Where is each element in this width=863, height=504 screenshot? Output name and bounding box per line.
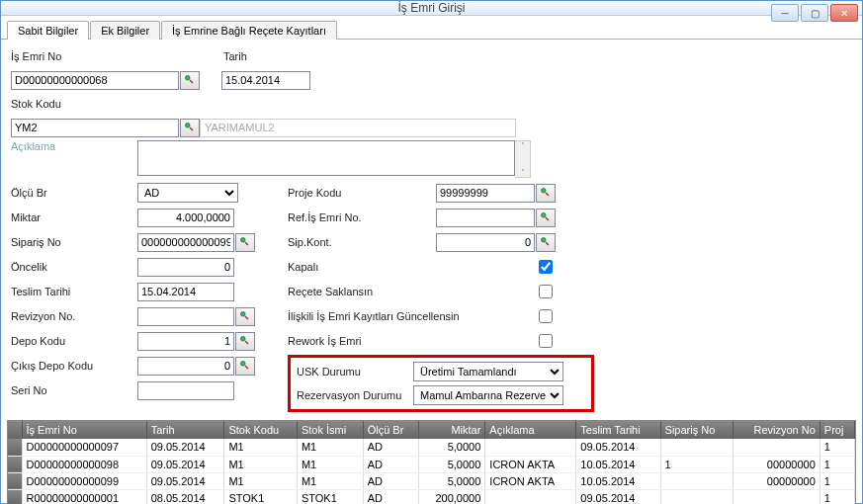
grid-header-tarih[interactable]: Tarih [146,421,224,439]
proje-kodu-input[interactable] [436,184,535,203]
grid-header-olcu-br[interactable]: Ölçü Br [363,421,418,439]
ref-is-emri-no-input[interactable] [436,209,535,227]
svg-point-7 [542,213,547,218]
grid-header-stok-kodu[interactable]: Stok Kodu [224,421,298,439]
teslim-tarihi-input[interactable] [137,283,234,301]
tarih-input[interactable] [221,71,310,90]
depo-kodu-lookup[interactable] [235,332,255,351]
svg-point-4 [241,337,246,342]
iliskili-guncelle-label: İlişkili İş Emri Kayıtları Güncellensin [288,310,535,322]
miktar-label: Miktar [11,211,137,223]
table-row[interactable]: D0000000000009709.05.2014M1M1AD5,000009.… [8,439,855,456]
grid-header-siparis[interactable]: Sipariş No [660,421,733,439]
ref-is-emri-no-lookup[interactable] [536,209,556,227]
cikis-depo-kodu-input[interactable] [137,357,234,376]
depo-kodu-input[interactable] [137,332,234,351]
recete-saklansin-label: Reçete Saklansın [288,286,535,297]
app-window: İş Emri Girişi ─ ▢ ✕ Sabit Bilgiler Ek B… [0,0,863,504]
revizyon-no-label: Revizyon No. [11,310,137,322]
sip-kont-label: Sip.Kont. [288,236,436,248]
table-row[interactable]: D0000000000009809.05.2014M1M1AD5,0000ICR… [8,456,855,472]
rezervasyon-durumu-label: Rezervasyon Durumu [297,389,413,401]
svg-point-0 [186,76,191,81]
grid-header-rowsel[interactable] [8,421,22,439]
grid-header-revizyon[interactable]: Revizyon No [734,421,820,439]
grid-header-stok-ismi[interactable]: Stok İsmi [297,421,363,439]
minimize-button[interactable]: ─ [771,4,799,22]
form-area: İş Emri No Tarih Stok Kodu Açıklama ˄˅ [1,40,862,416]
stok-kodu-input[interactable] [11,119,179,137]
proje-kodu-lookup[interactable] [536,184,556,203]
maximize-button[interactable]: ▢ [801,4,828,22]
ref-is-emri-no-label: Ref.İş Emri No. [288,211,436,223]
tabs: Sabit Bilgiler Ek Bilgiler İş Emrine Bağ… [1,16,862,40]
oncelik-label: Öncelik [11,261,137,273]
depo-kodu-label: Depo Kodu [11,335,137,347]
siparis-no-lookup[interactable] [235,233,255,252]
grid-header-proj[interactable]: Proj [820,421,854,439]
svg-point-1 [186,124,191,128]
tab-ek-bilgiler[interactable]: Ek Bilgiler [90,21,160,40]
revizyon-no-input[interactable] [137,307,234,326]
miktar-input[interactable] [137,209,234,227]
stok-adi-display [200,119,516,137]
proje-kodu-label: Proje Kodu [288,187,436,199]
svg-point-3 [241,312,246,317]
tab-recete[interactable]: İş Emrine Bağlı Reçete Kayıtları [161,21,337,40]
cikis-depo-kodu-lookup[interactable] [235,357,255,376]
stok-kodu-lookup[interactable] [180,119,200,137]
seri-no-input[interactable] [137,381,234,400]
svg-point-2 [241,238,246,243]
tarih-label: Tarih [223,50,247,62]
seri-no-label: Seri No [11,384,137,396]
stok-kodu-label: Stok Kodu [11,98,61,110]
usk-durumu-label: USK Durumu [297,366,413,378]
oncelik-input[interactable] [137,258,234,277]
is-emri-no-label: İş Emri No [11,50,223,62]
olcu-br-label: Ölçü Br [11,187,137,199]
usk-durumu-select[interactable]: Üretimi Tamamlandı [413,362,563,381]
iliskili-guncelle-checkbox[interactable] [539,309,553,323]
highlight-box: USK Durumu Üretimi Tamamlandı Rezervasyo… [288,355,594,412]
recete-saklansin-checkbox[interactable] [539,285,553,298]
grid-wrap: İş Emri No Tarih Stok Kodu Stok İsmi Ölç… [7,420,856,504]
kapali-checkbox[interactable] [539,260,553,274]
siparis-no-label: Sipariş No [11,236,137,248]
rezervasyon-durumu-select[interactable]: Mamul Ambarına Rezerve [413,385,563,405]
table-row[interactable]: R0000000000000108.05.2014STOK1STOK1AD200… [8,489,855,504]
svg-point-6 [542,189,547,194]
rework-is-emri-label: Rework İş Emri [288,335,535,347]
rework-is-emri-checkbox[interactable] [539,334,553,348]
window-title: İş Emri Girişi [1,1,862,15]
table-row[interactable]: D0000000000009909.05.2014M1M1AD5,0000ICR… [8,472,855,489]
grid-header-is-emri-no[interactable]: İş Emri No [22,421,146,439]
is-emri-no-input[interactable] [11,71,179,90]
tab-sabit-bilgiler[interactable]: Sabit Bilgiler [7,21,89,40]
svg-point-8 [542,238,547,243]
window-buttons: ─ ▢ ✕ [771,4,858,22]
sip-kont-lookup[interactable] [536,233,556,252]
grid-header-teslim[interactable]: Teslim Tarihi [576,421,660,439]
is-emri-no-lookup[interactable] [180,71,200,90]
teslim-tarihi-label: Teslim Tarihi [11,286,137,297]
olcu-br-select[interactable]: AD [137,183,238,203]
cikis-depo-kodu-label: Çıkış Depo Kodu [11,360,137,372]
svg-point-5 [241,362,246,367]
aciklama-scroll[interactable]: ˄˅ [515,140,531,178]
siparis-no-input[interactable] [137,233,234,252]
close-button[interactable]: ✕ [830,4,858,22]
titlebar: İş Emri Girişi ─ ▢ ✕ [1,1,862,16]
data-grid[interactable]: İş Emri No Tarih Stok Kodu Stok İsmi Ölç… [8,421,855,504]
aciklama-label: Açıklama [11,140,137,152]
grid-header-aciklama[interactable]: Açıklama [485,421,576,439]
kapali-label: Kapalı [288,261,535,273]
sip-kont-input[interactable] [436,233,535,252]
revizyon-no-lookup[interactable] [235,307,255,326]
grid-header-miktar[interactable]: Miktar [418,421,485,439]
aciklama-input[interactable] [137,140,515,176]
